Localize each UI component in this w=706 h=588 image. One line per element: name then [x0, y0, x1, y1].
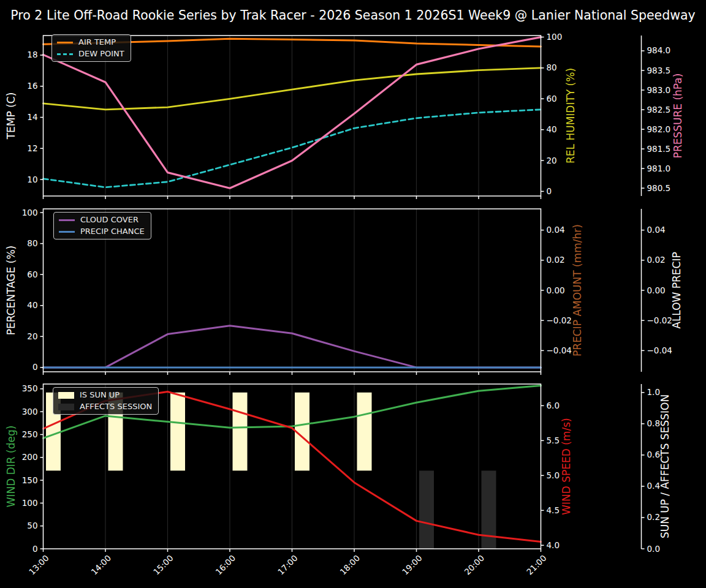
tick-label: −0.02: [547, 315, 572, 325]
tick-label: 12: [27, 143, 37, 153]
tick-label: 0.00: [647, 285, 666, 295]
x-tick-label: 16:00: [213, 553, 237, 577]
tick-label: −0.04: [647, 345, 672, 355]
is-sun-up-bar: [357, 393, 372, 471]
legend-sun-session: IS SUN UP AFFECTS SESSION: [53, 387, 159, 415]
tick-label: 5.5: [547, 435, 560, 445]
tick-label: 982.5: [647, 105, 671, 115]
tick-label: 981.0: [647, 164, 671, 173]
axis-label-wind-speed-m-s: WIND SPEED (m/s): [560, 418, 572, 514]
tick-label: 80: [547, 62, 557, 72]
x-tick-label: 20:00: [462, 553, 486, 577]
tick-label: 60: [27, 270, 37, 279]
axis-label-precip-amount-mm-hr: PRECIP AMOUNT (mm/hr): [571, 224, 583, 356]
x-tick-label: 19:00: [400, 553, 424, 577]
tick-label: 250: [22, 429, 38, 439]
tick-label: 300: [22, 407, 38, 417]
legend-item: AFFECTS SESSION: [58, 402, 152, 411]
tick-label: 10: [27, 175, 37, 184]
tick-label: 5.0: [547, 470, 560, 480]
tick-label: 0.6: [647, 450, 660, 459]
legend-label: AFFECTS SESSION: [80, 402, 152, 411]
tick-label: 0: [547, 186, 552, 196]
legend-item: IS SUN UP: [58, 391, 152, 399]
legend-label: DEW POINT: [78, 50, 124, 58]
chart-title: Pro 2 Lite Off-Road Rookie Series by Tra…: [10, 8, 695, 23]
tick-label: 6.0: [547, 401, 560, 410]
tick-label: 0.8: [647, 418, 660, 428]
tick-label: 0.04: [647, 225, 666, 235]
tick-label: 100: [22, 498, 38, 508]
axis-label-allow-precip: ALLOW PRECIP: [670, 252, 683, 329]
legend-label: IS SUN UP: [80, 391, 120, 399]
tick-label: 0.2: [647, 512, 660, 522]
legend-item: AIR TEMP: [57, 38, 124, 47]
is-sun-up-bar: [170, 393, 185, 471]
legend-label: CLOUD COVER: [80, 216, 139, 224]
tick-label: 50: [27, 521, 37, 530]
tick-label: 20: [547, 156, 557, 165]
tick-label: 100: [22, 208, 38, 217]
x-tick-label: 15:00: [151, 553, 175, 577]
tick-label: 981.5: [647, 144, 671, 154]
tick-label: 982.0: [647, 124, 671, 134]
dew-point-line-swatch: [57, 53, 73, 55]
axis-label-wind-dir-deg: WIND DIR (deg): [5, 426, 17, 508]
tick-label: 0.02: [547, 255, 565, 265]
legend-temperature: AIR TEMP DEW POINT: [51, 34, 131, 62]
x-tick-label: 14:00: [89, 553, 113, 577]
tick-label: 100: [547, 32, 563, 42]
tick-label: 150: [22, 475, 38, 485]
axis-label-pressure-hpa: PRESSURE (hPa): [672, 74, 684, 159]
x-tick-label: 21:00: [525, 553, 548, 577]
tick-label: 14: [27, 112, 37, 122]
tick-label: 4.0: [547, 540, 560, 550]
tick-label: 983.5: [647, 66, 671, 75]
legend-precipitation: CLOUD COVER PRECIP CHANCE: [53, 212, 151, 239]
affects-session-patch-swatch: [58, 404, 74, 410]
affects-session-bar: [419, 470, 434, 549]
tick-label: 0.04: [547, 225, 565, 235]
tick-label: 0: [32, 362, 38, 372]
tick-label: −0.02: [647, 315, 672, 325]
tick-label: 16: [27, 81, 37, 91]
tick-label: 984.0: [647, 45, 671, 55]
legend-item: DEW POINT: [57, 50, 124, 58]
tick-label: 0.02: [647, 255, 666, 265]
tick-label: 40: [547, 124, 557, 134]
axis-label-percentage: PERCENTAGE (%): [5, 246, 17, 335]
tick-label: 20: [27, 331, 37, 341]
tick-label: −0.04: [547, 345, 572, 355]
precip-chance-line-swatch: [59, 231, 75, 233]
tick-label: 0.00: [547, 285, 565, 295]
tick-label: 4.5: [547, 505, 560, 515]
tick-label: 80: [27, 238, 37, 248]
weather-forecast-chart: 1012141618TEMP (C)020406080100REL HUMIDI…: [0, 0, 706, 588]
tick-label: 200: [22, 452, 38, 462]
tick-label: 1.0: [647, 387, 660, 397]
tick-label: 980.5: [647, 183, 671, 193]
tick-label: 983.0: [647, 85, 671, 95]
legend-label: AIR TEMP: [78, 38, 116, 47]
x-tick-label: 17:00: [276, 553, 300, 577]
tick-label: 0.4: [647, 481, 660, 491]
cloud-cover-line-swatch: [59, 219, 75, 221]
legend-item: PRECIP CHANCE: [59, 227, 145, 236]
air-temp-line-swatch: [57, 42, 73, 43]
x-tick-label: 13:00: [27, 553, 51, 577]
axis-label-rel-humidity: REL HUMIDITY (%): [564, 68, 577, 164]
tick-label: 40: [27, 300, 37, 310]
is-sun-up-patch-swatch: [58, 392, 74, 399]
axis-label-sun-up-affects-session: SUN UP / AFFECTS SESSION: [659, 394, 671, 538]
tick-label: 60: [547, 94, 557, 104]
legend-item: CLOUD COVER: [59, 216, 145, 224]
tick-label: 0.0: [647, 544, 660, 554]
is-sun-up-bar: [233, 393, 248, 471]
tick-label: 0: [32, 544, 38, 554]
x-tick-label: 18:00: [338, 553, 362, 577]
tick-label: 350: [22, 383, 38, 393]
legend-label: PRECIP CHANCE: [80, 227, 145, 236]
tick-label: 18: [27, 50, 37, 59]
axis-label-temp-c: TEMP (C): [5, 92, 17, 140]
